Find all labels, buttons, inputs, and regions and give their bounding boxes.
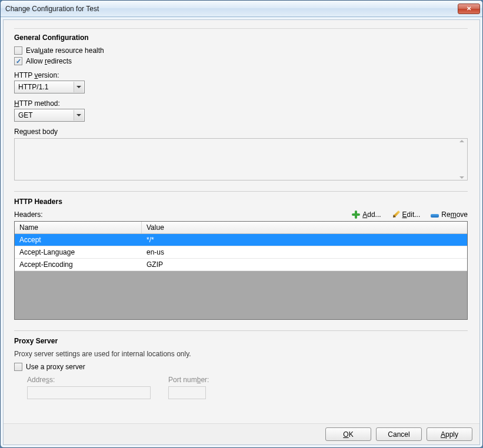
divider xyxy=(14,330,468,331)
checkbox-use-proxy-row[interactable]: Use a proxy server xyxy=(14,363,468,371)
checkbox-allow-redirects-row[interactable]: Allow redirects xyxy=(14,57,468,65)
checkbox-use-proxy-label: Use a proxy server xyxy=(26,363,85,371)
proxy-port-label: Port number: xyxy=(168,376,209,384)
request-body-textarea[interactable] xyxy=(14,138,468,180)
divider xyxy=(14,28,468,29)
proxy-port-input xyxy=(168,386,206,399)
cell-name: Accept xyxy=(15,234,142,246)
checkbox-use-proxy[interactable] xyxy=(14,363,22,371)
close-icon: ✕ xyxy=(467,5,471,12)
col-name[interactable]: Name xyxy=(15,222,142,233)
close-button[interactable]: ✕ xyxy=(458,4,480,14)
cancel-button[interactable]: Cancel xyxy=(376,427,422,441)
http-version-block: HTTP version: HTTP/1.1 xyxy=(14,71,468,93)
http-method-select[interactable]: GET xyxy=(14,109,85,122)
http-version-select[interactable]: HTTP/1.1 xyxy=(14,81,85,93)
scroll-area[interactable]: General Configuration Evaluate resource … xyxy=(4,20,479,423)
scroll-down-icon xyxy=(458,176,466,179)
checkbox-allow-redirects-label: Allow redirects xyxy=(26,57,72,65)
col-value[interactable]: Value xyxy=(142,222,467,233)
table-row[interactable]: Accept-EncodingGZIP xyxy=(15,259,467,271)
dialog-window: Change Configuration for Test ✕ General … xyxy=(0,0,483,448)
proxy-fields: Address: Port number: xyxy=(14,376,468,399)
http-method-value: GET xyxy=(18,111,71,119)
apply-button[interactable]: Apply xyxy=(427,427,472,441)
proxy-address-label: Address: xyxy=(27,376,151,384)
ok-button[interactable]: OK xyxy=(325,427,371,441)
divider xyxy=(14,191,468,192)
proxy-note: Proxy server settings are used for inter… xyxy=(14,350,468,358)
general-heading: General Configuration xyxy=(14,34,468,42)
add-header-button[interactable]: Add... xyxy=(352,210,381,219)
http-method-label: HTTP method: xyxy=(14,99,468,108)
table-header: Name Value xyxy=(15,222,467,234)
scroll-up-icon xyxy=(458,140,466,142)
cell-name: Accept-Language xyxy=(15,246,142,258)
checkbox-evaluate-health-label: Evaluate resource health xyxy=(26,46,104,55)
cell-value: en-us xyxy=(142,246,467,258)
chevron-down-icon xyxy=(74,110,83,121)
headers-label: Headers: xyxy=(14,210,43,219)
http-version-label: HTTP version: xyxy=(14,71,468,79)
minus-icon xyxy=(431,214,439,218)
http-headers-heading: HTTP Headers xyxy=(14,198,468,206)
proxy-address-input xyxy=(27,386,151,399)
checkbox-allow-redirects[interactable] xyxy=(14,57,22,65)
request-body-label: Request body xyxy=(14,128,468,136)
pencil-icon xyxy=(390,209,402,220)
chevron-down-icon xyxy=(74,82,83,92)
checkbox-evaluate-health[interactable] xyxy=(14,46,22,55)
request-body-block: Request body xyxy=(14,128,468,180)
client-area: General Configuration Evaluate resource … xyxy=(3,19,480,445)
table-row[interactable]: Accept-Languageen-us xyxy=(15,246,467,259)
cell-name: Accept-Encoding xyxy=(15,259,142,270)
headers-toolbar: Headers: Add... Edit... Remove xyxy=(14,210,468,219)
checkbox-evaluate-health-row[interactable]: Evaluate resource health xyxy=(14,46,468,55)
table-body: Accept*/*Accept-Languageen-usAccept-Enco… xyxy=(15,234,467,271)
headers-table[interactable]: Name Value Accept*/*Accept-Languageen-us… xyxy=(14,221,468,320)
window-title: Change Configuration for Test xyxy=(5,5,458,13)
http-method-block: HTTP method: GET xyxy=(14,99,468,122)
cell-value: */* xyxy=(142,234,467,246)
edit-header-button[interactable]: Edit... xyxy=(392,210,421,219)
table-row[interactable]: Accept*/* xyxy=(15,234,467,246)
cell-value: GZIP xyxy=(142,259,467,270)
http-version-value: HTTP/1.1 xyxy=(18,83,71,91)
titlebar[interactable]: Change Configuration for Test ✕ xyxy=(1,1,482,17)
proxy-heading: Proxy Server xyxy=(14,337,468,345)
remove-header-button[interactable]: Remove xyxy=(431,210,468,219)
plus-icon xyxy=(352,210,360,219)
button-bar: OK Cancel Apply xyxy=(4,423,479,444)
